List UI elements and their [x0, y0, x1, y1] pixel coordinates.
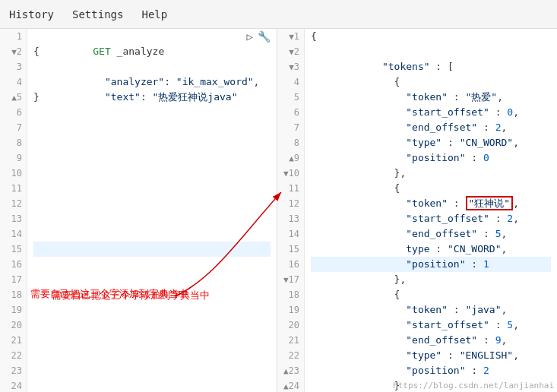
rln-2: ▼2 [282, 44, 299, 59]
menu-settings[interactable]: Settings [69, 7, 126, 22]
rln-3: ▼3 [282, 59, 299, 74]
ln-11: 11 [5, 181, 22, 196]
rln-4: 4 [282, 74, 299, 90]
ln-12: 12 [5, 196, 22, 211]
rln-24: ▲24 [282, 378, 299, 392]
ln-7: 7 [5, 120, 22, 135]
ln-5: ▲5 [5, 90, 22, 105]
rln-13: 13 [282, 211, 299, 226]
right-line-11: "token" : "狂神说", [311, 181, 551, 196]
content-area: 1 ▼2 3 4 ▲5 6 7 8 9 10 11 12 13 14 15 16… [0, 29, 557, 392]
wrench-icon[interactable]: 🔧 [258, 30, 271, 43]
right-code-content[interactable]: { "tokens" : [ { "token" : "热爱", "start_… [305, 29, 557, 392]
left-line-numbers: 1 ▼2 3 4 ▲5 6 7 8 9 10 11 12 13 14 15 16… [0, 29, 27, 392]
rln-17: ▼17 [282, 272, 299, 287]
left-panel: 1 ▼2 3 4 ▲5 6 7 8 9 10 11 12 13 14 15 16… [0, 29, 277, 392]
left-toolbar: ▷ 🔧 [247, 30, 271, 43]
ln-17: 17 [5, 272, 22, 287]
ln-10: 10 [5, 166, 22, 181]
right-panel: ▼1 ▼2 ▼3 4 5 6 7 8 ▲9 ▼10 11 12 13 14 15… [277, 29, 557, 392]
ln-19: 19 [5, 302, 22, 318]
rln-18: 18 [282, 287, 299, 302]
left-line-16 [33, 257, 271, 272]
rln-22: 22 [282, 348, 299, 363]
right-line-2: "tokens" : [ [311, 44, 551, 59]
left-line-18 [33, 287, 271, 302]
ln-1: 1 [5, 29, 22, 44]
menu-help[interactable]: Help [138, 7, 170, 22]
left-line-15 [33, 242, 271, 257]
ln-2: ▼2 [5, 44, 22, 59]
rln-20: 20 [282, 318, 299, 333]
ln-16: 16 [5, 257, 22, 272]
left-line-11 [33, 181, 271, 196]
rln-15: 15 [282, 242, 299, 257]
menubar: History Settings Help [0, 0, 557, 29]
left-line-10 [33, 166, 271, 181]
right-line-1: { [311, 29, 551, 44]
rln-21: 21 [282, 333, 299, 348]
ln-3: 3 [5, 59, 22, 74]
right-line-numbers: ▼1 ▼2 ▼3 4 5 6 7 8 ▲9 ▼10 11 12 13 14 15… [277, 29, 305, 392]
ln-9: 9 [5, 150, 22, 166]
left-line-7 [33, 120, 271, 135]
left-line-9 [33, 150, 271, 166]
rln-19: 19 [282, 302, 299, 318]
left-line-21 [33, 333, 271, 348]
rln-12: 12 [282, 196, 299, 211]
rln-23: ▲23 [282, 363, 299, 378]
rln-9: ▲9 [282, 150, 299, 166]
ln-23: 23 [5, 363, 22, 378]
rln-5: 5 [282, 90, 299, 105]
menu-history[interactable]: History [6, 7, 57, 22]
run-icon[interactable]: ▷ [247, 30, 253, 43]
rln-14: 14 [282, 226, 299, 242]
rln-7: 7 [282, 120, 299, 135]
ln-13: 13 [5, 211, 22, 226]
ln-14: 14 [5, 226, 22, 242]
left-line-24 [33, 378, 271, 392]
ln-21: 21 [5, 333, 22, 348]
url-watermark: https://blog.csdn.net/lanjianhai [393, 381, 554, 390]
ln-24: 24 [5, 378, 22, 392]
left-line-12 [33, 196, 271, 211]
left-line-14 [33, 226, 271, 242]
left-line-13 [33, 211, 271, 226]
right-editor: ▼1 ▼2 ▼3 4 5 6 7 8 ▲9 ▼10 11 12 13 14 15… [277, 29, 557, 392]
rln-16: 16 [282, 257, 299, 272]
ln-18: 18 [5, 287, 22, 302]
left-editor: 1 ▼2 3 4 ▲5 6 7 8 9 10 11 12 13 14 15 16… [0, 29, 277, 392]
left-line-8 [33, 135, 271, 150]
ln-6: 6 [5, 105, 22, 120]
rln-6: 6 [282, 105, 299, 120]
ln-15: 15 [5, 242, 22, 257]
ln-8: 8 [5, 135, 22, 150]
ln-4: 4 [5, 74, 22, 90]
rln-11: 11 [282, 181, 299, 196]
left-line-22 [33, 348, 271, 363]
left-line-1: GET _analyze [33, 29, 271, 44]
left-line-19 [33, 302, 271, 318]
left-line-17 [33, 272, 271, 287]
rln-8: 8 [282, 135, 299, 150]
rln-1: ▼1 [282, 29, 299, 44]
rln-10: ▼10 [282, 166, 299, 181]
left-code-content[interactable]: ▷ 🔧 GET _analyze { "analyzer": "ik_max_w… [27, 29, 277, 392]
left-line-23 [33, 363, 271, 378]
ln-20: 20 [5, 318, 22, 333]
left-line-20 [33, 318, 271, 333]
ln-22: 22 [5, 348, 22, 363]
